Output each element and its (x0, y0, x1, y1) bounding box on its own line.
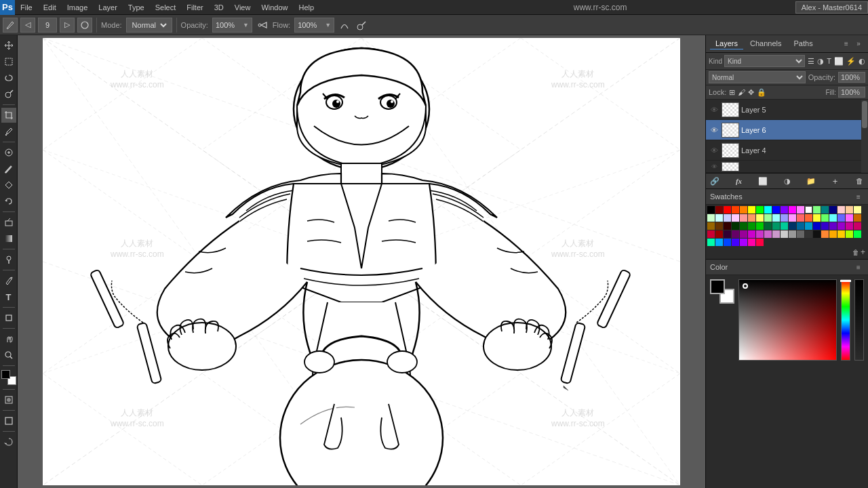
color-foreground-swatch[interactable] (710, 279, 725, 294)
menu-edit[interactable]: Edit (38, 2, 62, 13)
smoothing-icon[interactable] (355, 18, 370, 33)
canvas-document[interactable]: 人人素材www.rr-sc.com 人人素材www.rr-sc.com 人人素材… (43, 38, 680, 485)
filter-smart-icon[interactable]: ⚡ (846, 57, 856, 66)
screen-mode[interactable] (1, 413, 16, 428)
layer-adjustment-icon[interactable]: ◑ (781, 175, 793, 187)
swatch-green[interactable] (756, 206, 764, 214)
layer-delete-icon[interactable]: 🗑 (853, 175, 865, 187)
panel-collapse-icon[interactable]: » (853, 39, 864, 49)
color-hue-cursor[interactable] (840, 280, 851, 282)
layer-item-partial[interactable]: 👁 (706, 161, 868, 173)
brush-size-value[interactable]: 9 (38, 18, 57, 33)
swatch-pink[interactable] (797, 206, 804, 214)
filter-pixel-icon[interactable]: ☰ (808, 57, 814, 66)
brush-size-decrease[interactable]: ◁ (20, 18, 35, 33)
text-tool[interactable]: T (1, 289, 16, 304)
color-hue-bar[interactable] (841, 279, 850, 361)
menu-image[interactable]: Image (62, 2, 94, 13)
flow-input[interactable]: ▼ (294, 18, 334, 33)
layer-partial-visibility[interactable]: 👁 (709, 161, 719, 172)
tab-layers[interactable]: Layers (710, 38, 743, 49)
layer-mask-icon[interactable]: ⬜ (757, 175, 769, 187)
swatch-orange[interactable] (740, 206, 747, 214)
eraser-tool[interactable] (1, 215, 16, 230)
opacity-value[interactable] (216, 21, 243, 29)
move-tool[interactable] (1, 38, 16, 53)
menu-select[interactable]: Select (150, 2, 182, 13)
clone-stamp-tool[interactable] (1, 178, 16, 192)
swatch-teal[interactable] (821, 206, 829, 214)
tab-channels[interactable]: Channels (745, 38, 787, 49)
filter-shape-icon[interactable]: ⬜ (834, 57, 844, 66)
mode-dropdown[interactable]: Normal Multiply Screen (126, 18, 172, 33)
lasso-tool[interactable] (1, 70, 16, 85)
filter-text-icon[interactable]: T (827, 57, 831, 66)
tab-paths[interactable]: Paths (789, 38, 818, 49)
layer-4-visibility[interactable]: 👁 (709, 145, 719, 156)
swatches-delete-icon[interactable]: 🗑 (852, 249, 859, 256)
flow-jitter-icon[interactable] (337, 18, 352, 33)
color-alpha-bar[interactable] (854, 279, 864, 361)
brush-preset-picker[interactable] (77, 18, 92, 33)
swatch-magenta[interactable] (789, 206, 796, 214)
swatch-orange-red[interactable] (732, 206, 739, 214)
layer-new-icon[interactable]: + (829, 175, 842, 187)
marquee-tool[interactable] (1, 54, 16, 69)
menu-file[interactable]: File (15, 2, 38, 13)
swatch-black[interactable] (707, 206, 715, 214)
menu-window[interactable]: Window (256, 2, 293, 13)
rotate-canvas[interactable] (1, 434, 16, 449)
swatch-blue[interactable] (772, 206, 780, 214)
layer-item-6[interactable]: 👁 Layer 6 (706, 120, 868, 140)
swatch-red[interactable] (724, 206, 731, 214)
color-menu-icon[interactable]: ≡ (853, 262, 864, 272)
menu-view[interactable]: View (229, 2, 256, 13)
fg-bg-colors[interactable] (1, 370, 16, 385)
healing-brush-tool[interactable] (1, 145, 16, 160)
swatch-navy[interactable] (829, 206, 837, 214)
swatches-menu-icon[interactable]: ≡ (853, 191, 864, 202)
kind-select[interactable]: Kind (724, 55, 805, 67)
zoom-tool[interactable] (1, 348, 16, 363)
swatch-light-green[interactable] (813, 206, 821, 214)
hand-tool[interactable] (1, 331, 16, 346)
layers-scrollbar[interactable] (861, 100, 868, 173)
menu-layer[interactable]: Layer (93, 2, 123, 13)
layer-fx-icon[interactable]: fx (733, 175, 745, 187)
filter-toggle[interactable]: ◐ (859, 57, 865, 66)
opacity-input[interactable]: ▼ (212, 18, 252, 33)
dodge-tool[interactable] (1, 252, 16, 267)
fill-input[interactable]: 100% (838, 87, 865, 98)
color-fg-bg[interactable] (710, 279, 734, 304)
brush-tool[interactable] (1, 161, 16, 176)
layer-5-visibility[interactable]: 👁 (709, 104, 719, 115)
crop-tool[interactable] (1, 108, 16, 123)
panel-menu-icon[interactable]: ≡ (841, 39, 852, 49)
swatch-cyan[interactable] (764, 206, 772, 214)
layer-item-4[interactable]: 👁 Layer 4 (706, 140, 868, 161)
user-profile[interactable]: Alex - Master0614 (795, 1, 868, 14)
swatch-violet[interactable] (781, 206, 788, 214)
layer-folder-icon[interactable]: 📁 (805, 175, 817, 187)
gradient-tool[interactable] (1, 231, 16, 246)
lock-all-icon[interactable]: 🔒 (757, 88, 766, 97)
brush-size-increase[interactable]: ▷ (60, 18, 75, 33)
mode-select[interactable]: Normal Multiply Screen (130, 20, 169, 30)
airbrush-toggle[interactable] (255, 18, 270, 33)
opacity-input[interactable]: 100% (838, 72, 865, 83)
pen-tool[interactable] (1, 273, 16, 288)
menu-filter[interactable]: Filter (181, 2, 208, 13)
swatch-dark-red[interactable] (715, 206, 723, 214)
filter-adjust-icon[interactable]: ◑ (817, 57, 824, 66)
quick-mask-mode[interactable] (1, 392, 16, 407)
swatch-yellow[interactable] (748, 206, 755, 214)
menu-help[interactable]: Help (294, 2, 320, 13)
swatches-add-icon[interactable]: + (861, 247, 865, 257)
swatch-white[interactable] (805, 206, 812, 214)
layer-mode-select[interactable]: Normal Multiply Screen (709, 71, 806, 83)
shape-tool[interactable] (1, 310, 16, 325)
lock-transparent-icon[interactable]: ⊞ (729, 88, 735, 97)
flow-value[interactable] (298, 21, 325, 29)
color-saturation-box[interactable] (738, 279, 837, 361)
lock-move-icon[interactable]: ✥ (748, 88, 754, 97)
